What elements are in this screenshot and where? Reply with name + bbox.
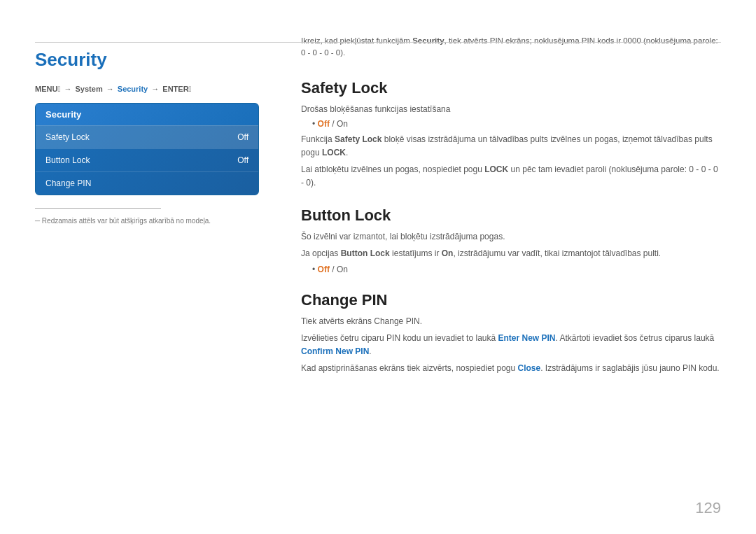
breadcrumb-arrow2: →	[106, 85, 116, 93]
page-title: Security	[35, 49, 259, 71]
menu-item-button-lock[interactable]: Button Lock Off	[36, 148, 258, 171]
breadcrumb-security: Security	[118, 85, 148, 93]
breadcrumb-enter: ENTER	[162, 85, 191, 93]
change-pin-body2: Izvēlieties četru ciparu PIN kodu un iev…	[301, 332, 721, 358]
menu-item-change-pin[interactable]: Change PIN	[36, 171, 258, 195]
breadcrumb-system: System	[76, 85, 103, 93]
breadcrumb: MENU → System → Security → ENTER	[35, 85, 259, 93]
footnote: ─ Redzamais attēls var būt atšķirīgs atk…	[35, 216, 259, 226]
intro-bold: Security	[412, 36, 444, 45]
button-lock-body2: Ja opcijas Button Lock iestatījums ir On…	[301, 247, 721, 260]
menu-header: Security	[36, 104, 258, 125]
slash-sep2: /	[332, 265, 337, 274]
button-lock-section: Button Lock Šo izvēlni var izmantot, lai…	[301, 206, 721, 274]
right-column: Ikreiz, kad piekļūstat funkcijām Securit…	[259, 28, 721, 513]
top-divider	[35, 42, 721, 43]
button-lock-title: Button Lock	[301, 206, 721, 225]
menu-item-safety-lock[interactable]: Safety Lock Off	[36, 125, 258, 148]
safety-lock-desc: Drošas bloķēšanas funkcijas iestatīšana	[301, 103, 721, 115]
change-pin-body3: Kad apstiprināšanas ekrāns tiek aizvērts…	[301, 362, 721, 375]
change-pin-title: Change PIN	[301, 291, 721, 309]
button-lock-value: Off	[237, 155, 248, 165]
breadcrumb-arrow3: →	[151, 85, 161, 93]
left-divider	[35, 208, 161, 209]
button-lock-label: Button Lock	[46, 155, 90, 165]
intro-text: Ikreiz, kad piekļūstat funkcijām Securit…	[301, 35, 721, 59]
change-pin-label: Change PIN	[46, 178, 91, 188]
button-lock-body1: Šo izvēlni var izmantot, lai bloķētu izs…	[301, 230, 721, 244]
safety-lock-section: Safety Lock Drošas bloķēšanas funkcijas …	[301, 79, 721, 190]
off-text2: Off	[318, 265, 330, 274]
safety-lock-body1: Funkcija Safety Lock bloķē visas izstrād…	[301, 133, 721, 160]
change-pin-section: Change PIN Tiek atvērts ekrāns Change PI…	[301, 291, 721, 376]
safety-lock-bullet: Off / On	[312, 119, 721, 129]
slash-sep: /	[332, 119, 337, 129]
page-number: 129	[695, 499, 721, 517]
on-text2: On	[337, 265, 348, 274]
left-column: Security MENU → System → Security → ENT…	[35, 28, 259, 513]
safety-lock-title: Safety Lock	[301, 79, 721, 97]
safety-lock-label: Safety Lock	[46, 132, 90, 142]
off-text: Off	[318, 119, 330, 129]
breadcrumb-arrow1: →	[64, 85, 74, 93]
button-lock-bullet: Off / On	[312, 265, 721, 274]
breadcrumb-menu: MENU	[35, 85, 60, 93]
change-pin-body1: Tiek atvērts ekrāns Change PIN.	[301, 315, 721, 328]
menu-box: Security Safety Lock Off Button Lock Off…	[35, 103, 259, 195]
safety-lock-body2: Lai atbloķētu izvēlnes un pogas, nospied…	[301, 163, 721, 190]
on-text: On	[337, 119, 348, 129]
safety-lock-value: Off	[237, 132, 248, 142]
